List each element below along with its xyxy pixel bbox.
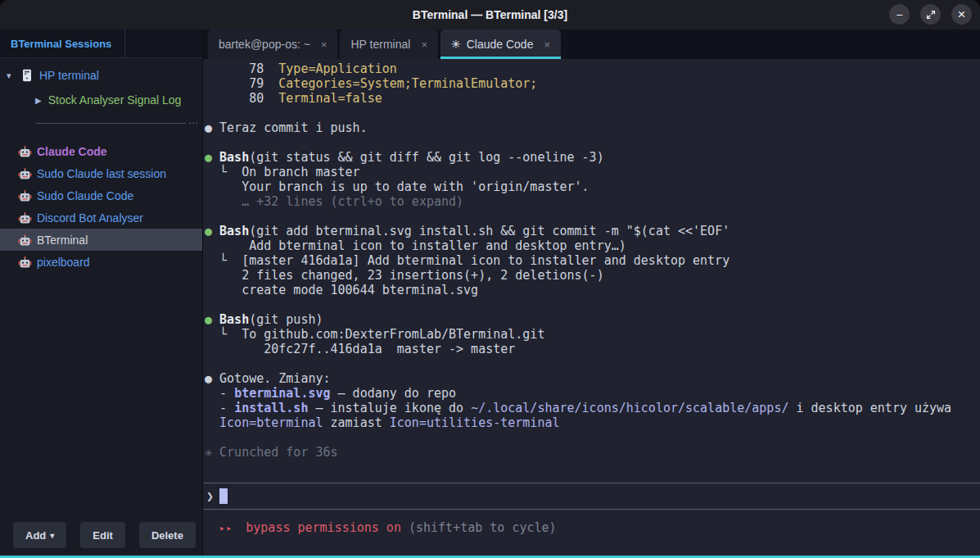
terminal-line: ● Bash(git add bterminal.svg install.sh … xyxy=(205,224,977,238)
terminal-line: ● Bash(git push) xyxy=(205,312,977,327)
button-label: Add xyxy=(25,529,46,542)
terminal-line: └ To github.com:DexterFromLab/BTerminal.… xyxy=(205,327,977,342)
close-button[interactable]: × xyxy=(951,4,972,25)
sidebar-item-sudo-claude-last-session[interactable]: Sudo Claude last session xyxy=(0,162,202,184)
sidebar-item-label: Stock Analyser Signal Log xyxy=(48,93,182,107)
terminal-line: ✳ Crunched for 36s xyxy=(205,445,977,460)
chevron-down-icon: ▾ xyxy=(7,70,18,81)
tab-label: Claude Code xyxy=(467,38,534,51)
sessions-tree: ▾HP terminal▶Stock Analyser Signal Log⋯C… xyxy=(0,58,202,522)
sidebar-item-stock-analyser-signal-log[interactable]: ▶Stock Analyser Signal Log xyxy=(0,88,202,112)
divider-line xyxy=(36,123,186,124)
computer-icon xyxy=(22,69,32,82)
sidebar-item-label: Claude Code xyxy=(37,145,107,158)
sidebar-item-pixelboard[interactable]: pixelboard xyxy=(0,251,202,273)
terminal-line: ● Teraz commit i push. xyxy=(205,120,977,135)
terminal-line: 20fc27f..416da1a master -> master xyxy=(205,342,977,356)
robot-icon xyxy=(18,211,32,225)
title-bar: BTerminal — BTerminal [3/3] − × xyxy=(0,0,980,29)
sidebar-item-bterminal[interactable]: BTerminal xyxy=(0,229,202,251)
terminal-line xyxy=(205,106,977,120)
sidebar-footer: Add▾EditDelete xyxy=(0,522,202,556)
window-title: BTerminal — BTerminal [3/3] xyxy=(413,8,567,21)
robot-icon xyxy=(18,145,32,158)
tree-divider: ⋯ xyxy=(0,112,202,134)
window-body: BTerminal Sessions ▾HP terminal▶Stock An… xyxy=(0,29,980,556)
terminal-line: - install.sh — instaluje ikonę do ~/.loc… xyxy=(205,401,977,415)
sidebar-item-claude-code[interactable]: Claude Code xyxy=(0,140,202,162)
terminal-line: └ On branch master xyxy=(205,165,977,179)
edit-button[interactable]: Edit xyxy=(80,522,125,548)
tab-bartek-pop-os[interactable]: bartek@pop-os: ~× xyxy=(208,29,337,59)
tab-hp-terminal[interactable]: HP terminal× xyxy=(340,29,437,59)
terminal-line xyxy=(205,430,977,445)
tab-claude-code[interactable]: ✳Claude Code× xyxy=(440,29,561,59)
sidebar-header-title: BTerminal Sessions xyxy=(0,29,125,57)
robot-icon xyxy=(18,234,32,247)
minimize-button[interactable]: − xyxy=(889,4,910,25)
terminal-line: create mode 100644 bterminal.svg xyxy=(205,283,977,297)
sidebar-item-sudo-claude-code[interactable]: Sudo Claude Code xyxy=(0,184,202,206)
sidebar-header: BTerminal Sessions xyxy=(0,29,202,58)
maximize-icon xyxy=(926,10,936,20)
window-controls: − × xyxy=(889,4,972,25)
caret-down-icon: ▾ xyxy=(50,531,54,540)
terminal-line: ● Gotowe. Zmiany: xyxy=(205,371,977,386)
delete-button[interactable]: Delete xyxy=(139,522,196,548)
terminal-line: - bterminal.svg — dodany do repo xyxy=(205,386,977,401)
minimize-icon: − xyxy=(896,9,902,20)
tab-close-icon[interactable]: × xyxy=(544,39,550,51)
bterminal-window: BTerminal — BTerminal [3/3] − × BTermina… xyxy=(0,0,980,558)
sessions-sidebar: BTerminal Sessions ▾HP terminal▶Stock An… xyxy=(0,29,203,556)
terminal-line: Add bterminal icon to installer and desk… xyxy=(205,238,977,253)
robot-icon xyxy=(18,189,32,202)
button-label: Delete xyxy=(151,529,183,542)
terminal-output: 78 Type=Application 79 Categories=System… xyxy=(203,59,980,483)
text-cursor xyxy=(219,488,228,504)
sidebar-group-hp-terminal[interactable]: ▾HP terminal xyxy=(0,63,202,88)
status-bar: ▸▸ bypass permissions on (shift+tab to c… xyxy=(203,510,980,556)
maximize-button[interactable] xyxy=(920,4,941,25)
sidebar-item-label: BTerminal xyxy=(37,234,88,247)
terminal-line xyxy=(205,297,977,312)
sidebar-item-label: Discord Bot Analyser xyxy=(37,211,143,225)
tab-label: bartek@pop-os: ~ xyxy=(219,38,310,51)
tab-label: HP terminal xyxy=(350,38,410,51)
terminal-line xyxy=(205,356,977,371)
terminal-input[interactable]: ❯ xyxy=(203,483,980,510)
tab-bar: bartek@pop-os: ~×HP terminal×✳Claude Cod… xyxy=(203,29,980,59)
tree-gap xyxy=(0,134,202,140)
terminal-line: 80 Terminal=false xyxy=(205,91,977,106)
permissions-mode-label: bypass permissions on xyxy=(246,520,401,535)
terminal-line: Icon=bterminal zamiast Icon=utilities-te… xyxy=(205,415,977,430)
terminal-line xyxy=(205,209,977,224)
terminal-line: … +32 lines (ctrl+o to expand) xyxy=(205,194,977,209)
spinner-icon: ✳ xyxy=(451,38,461,51)
robot-icon xyxy=(18,167,32,180)
terminal-line xyxy=(205,135,977,150)
terminal-line: 78 Type=Application xyxy=(205,61,977,76)
fast-forward-icon: ▸▸ xyxy=(219,523,233,533)
sidebar-group-label: HP terminal xyxy=(39,69,99,82)
terminal-line: 2 files changed, 23 insertions(+), 2 del… xyxy=(205,268,977,283)
prompt-chevron-icon: ❯ xyxy=(206,489,214,504)
terminal-line: Your branch is up to date with 'origin/m… xyxy=(205,179,977,194)
sidebar-item-label: Sudo Claude last session xyxy=(37,167,166,180)
play-icon: ▶ xyxy=(35,96,42,105)
tab-close-icon[interactable]: × xyxy=(421,39,427,51)
sidebar-item-label: pixelboard xyxy=(37,256,90,269)
tab-close-icon[interactable]: × xyxy=(321,39,327,51)
terminal-line: └ [master 416da1a] Add bterminal icon to… xyxy=(205,253,977,268)
add-button[interactable]: Add▾ xyxy=(13,522,66,548)
terminal-line: 79 Categories=System;TerminalEmulator; xyxy=(205,76,977,91)
sidebar-item-label: Sudo Claude Code xyxy=(37,189,133,202)
close-icon: × xyxy=(958,7,966,21)
robot-icon xyxy=(18,256,32,269)
main-area: bartek@pop-os: ~×HP terminal×✳Claude Cod… xyxy=(203,29,980,556)
terminal-line: ● Bash(git status && git diff && git log… xyxy=(205,150,977,165)
status-hint: (shift+tab to cycle) xyxy=(409,520,557,535)
button-label: Edit xyxy=(93,529,113,542)
sidebar-item-discord-bot-analyser[interactable]: Discord Bot Analyser xyxy=(0,206,202,229)
